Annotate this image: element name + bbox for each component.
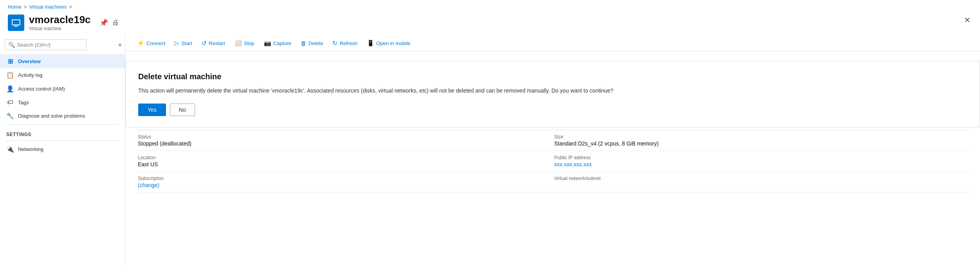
sidebar-item-diagnose[interactable]: 🔧 Diagnose and solve problems (0, 109, 125, 123)
tags-icon: 🏷 (6, 99, 14, 106)
breadcrumb-home[interactable]: Home (8, 4, 22, 10)
dialog-message: This action will permanently delete the … (138, 87, 967, 95)
networking-icon: 🔌 (6, 145, 14, 153)
restart-label: Restart (209, 40, 225, 46)
vm-header: vmoracle19c Virtual machine 📌 🖨 ✕ (0, 11, 980, 35)
breadcrumb-sep2: > (69, 4, 72, 10)
collapse-button[interactable]: « (115, 40, 125, 50)
nav-divider-2 (6, 140, 119, 141)
subscription-label: Subscription (138, 176, 551, 181)
mobile-icon: 📱 (367, 40, 374, 47)
sidebar-item-networking[interactable]: 🔌 Networking (0, 142, 125, 156)
public-ip-cell: Public IP address xxx.xxx.xxx.xxx (553, 151, 969, 172)
size-label: Size (554, 134, 968, 140)
sidebar-item-label-access-control: Access control (IAM) (18, 86, 65, 92)
status-value: Stopped (deallocated) (138, 140, 551, 147)
sidebar-nav: ⊞ Overview 📋 Activity log 👤 Access contr… (0, 55, 125, 264)
start-icon: ▷ (175, 40, 179, 47)
breadcrumb-sep1: > (24, 4, 27, 10)
start-button[interactable]: ▷ Start (171, 38, 196, 49)
dialog-title: Delete virtual machine (138, 72, 967, 81)
open-mobile-label: Open in mobile (376, 40, 410, 46)
connect-label: Connect (146, 40, 165, 46)
sidebar-item-tags[interactable]: 🏷 Tags (0, 96, 125, 109)
public-ip-label: Public IP address (554, 155, 968, 160)
svg-rect-3 (14, 26, 19, 27)
delete-icon: 🗑 (301, 40, 307, 47)
subscription-change-link[interactable]: (change) (138, 182, 159, 188)
size-cell: Size Standard D2s_v4 (2 vcpus, 8 GiB mem… (553, 130, 969, 151)
yes-button[interactable]: Yes (138, 104, 166, 116)
open-mobile-button[interactable]: 📱 Open in mobile (363, 38, 414, 49)
capture-label: Capture (273, 40, 291, 46)
delete-label: Delete (309, 40, 323, 46)
breadcrumb-vms[interactable]: Virtual machines (29, 4, 67, 10)
public-ip-value[interactable]: xxx.xxx.xxx.xxx (554, 161, 592, 167)
location-label: Location (138, 155, 551, 160)
print-icon[interactable]: 🖨 (112, 18, 119, 27)
diagnose-icon: 🔧 (6, 112, 14, 120)
access-control-icon: 👤 (6, 85, 14, 93)
restart-icon: ↺ (202, 40, 207, 47)
search-icon: 🔍 (8, 42, 15, 48)
info-grid: Status Stopped (deallocated) Size Standa… (136, 130, 969, 193)
search-box[interactable]: 🔍 (5, 39, 87, 50)
activity-log-icon: 📋 (6, 71, 14, 79)
status-label: Status (138, 134, 551, 140)
sidebar-item-label-diagnose: Diagnose and solve problems (18, 113, 85, 119)
header-icons: 📌 🖨 (99, 18, 119, 27)
sidebar-item-label-networking: Networking (18, 146, 43, 152)
sidebar-item-label-overview: Overview (18, 58, 41, 64)
svg-rect-2 (14, 25, 18, 26)
restart-button[interactable]: ↺ Restart (198, 38, 229, 49)
settings-section-title: Settings (0, 126, 125, 139)
sidebar: 🔍 « ⊞ Overview 📋 Activity log 👤 Access c… (0, 35, 125, 264)
breadcrumb: Home > Virtual machines > (0, 0, 980, 11)
dialog-buttons: Yes No (138, 104, 967, 116)
vnet-label: Virtual network/subnet (554, 176, 968, 181)
sidebar-item-overview[interactable]: ⊞ Overview (0, 55, 125, 68)
nav-divider (6, 124, 119, 125)
start-label: Start (181, 40, 192, 46)
capture-button[interactable]: 📷 Capture (260, 38, 295, 49)
refresh-label: Refresh (339, 40, 357, 46)
search-input[interactable] (17, 42, 83, 48)
stop-button[interactable]: ⬜ Stop (231, 38, 258, 49)
refresh-icon: ↻ (332, 40, 337, 47)
no-button[interactable]: No (170, 104, 195, 116)
vm-info-section: Status Stopped (deallocated) Size Standa… (136, 130, 969, 193)
capture-icon: 📷 (264, 40, 271, 47)
stop-icon: ⬜ (235, 40, 242, 47)
toolbar: ⚡ Connect ▷ Start ↺ Restart ⬜ Stop 📷 Cap… (125, 35, 980, 51)
vm-name: vmoracle19c (29, 14, 91, 26)
location-cell: Location East US (136, 151, 553, 172)
status-cell: Status Stopped (deallocated) (136, 130, 553, 151)
vm-title-block: vmoracle19c Virtual machine (29, 14, 91, 31)
subscription-value: (change) (138, 182, 551, 188)
sidebar-item-label-activity-log: Activity log (18, 72, 42, 78)
size-value: Standard D2s_v4 (2 vcpus, 8 GiB memory) (554, 140, 968, 147)
delete-dialog: Delete virtual machine This action will … (125, 61, 980, 127)
refresh-button[interactable]: ↻ Refresh (328, 38, 361, 49)
location-value: East US (138, 161, 551, 167)
sidebar-item-label-tags: Tags (18, 100, 29, 105)
pin-icon[interactable]: 📌 (99, 18, 108, 27)
stop-label: Stop (244, 40, 254, 46)
sidebar-search-row: 🔍 « (0, 35, 125, 55)
vm-icon (8, 15, 24, 31)
svg-rect-1 (13, 20, 19, 24)
overview-icon: ⊞ (6, 58, 14, 65)
connect-icon: ⚡ (137, 40, 144, 47)
subscription-cell: Subscription (change) (136, 172, 553, 193)
sidebar-item-activity-log[interactable]: 📋 Activity log (0, 68, 125, 82)
sidebar-item-access-control[interactable]: 👤 Access control (IAM) (0, 82, 125, 96)
delete-button[interactable]: 🗑 Delete (297, 38, 327, 49)
vnet-cell: Virtual network/subnet (553, 172, 969, 193)
connect-button[interactable]: ⚡ Connect (133, 38, 169, 49)
vm-subtitle: Virtual machine (29, 26, 91, 31)
close-button[interactable]: ✕ (962, 14, 972, 26)
